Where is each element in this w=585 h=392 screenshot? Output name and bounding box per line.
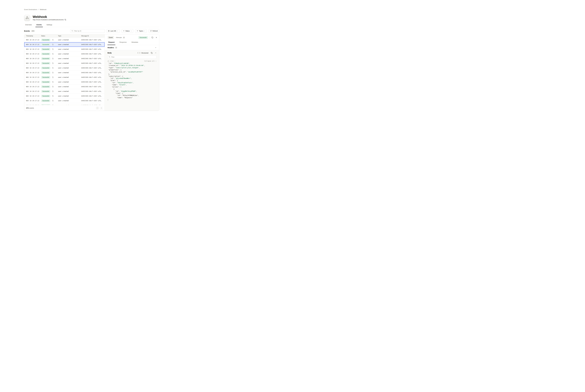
status-filter-button[interactable]: Status [122, 29, 133, 33]
row-message-id: b4925365-b8cf-42b7-a76… [81, 72, 104, 74]
status-badge: Successful [41, 67, 50, 69]
retry-icon[interactable] [52, 95, 54, 97]
json-line: "name": "Growth", [108, 84, 156, 86]
topics-filter-button[interactable]: Topics [135, 29, 147, 33]
status-badge: Successful [41, 39, 50, 41]
table-row[interactable]: NOV 18 10:17:22Successfuluser.createdb49… [24, 80, 104, 84]
filter-lines-icon [137, 30, 138, 32]
sub-tab-response[interactable]: Response [119, 40, 128, 45]
status-badge: Successful [41, 72, 50, 74]
retry-icon[interactable] [52, 62, 54, 64]
row-topic: user.created [58, 62, 81, 64]
breadcrumb-item-event-destinations[interactable]: Event Destinations [24, 9, 37, 10]
search-icon [109, 56, 110, 58]
retry-icon[interactable] [52, 76, 54, 78]
sub-tab-request[interactable]: Request [108, 40, 115, 45]
tab-overview[interactable]: Overview [24, 23, 33, 27]
copy-url-icon[interactable] [64, 19, 66, 20]
row-message-id: b4925365-b8cf-42b7-a76… [81, 81, 104, 83]
retry-icon[interactable] [52, 100, 54, 102]
row-message-id: b4925365-b8cf-42b7-a76… [81, 44, 104, 46]
row-timestamp: NOV 18 10:17:22 [24, 67, 41, 69]
attempts-label: Attempts [116, 36, 122, 38]
copy-body-icon[interactable] [151, 52, 152, 54]
json-line: } [108, 99, 156, 101]
json-body-viewer[interactable]: "id": "P2NoRtyZoTc46X3B", "created_at": … [108, 62, 156, 101]
chevron-down-icon[interactable] [155, 47, 156, 48]
table-row[interactable]: NOV 18 10:17:22Successfuluser.createdb49… [24, 98, 104, 103]
retry-icon[interactable] [52, 67, 54, 69]
body-section: Body { } Structured [105, 50, 159, 111]
table-row[interactable]: NOV 18 10:17:22Successfuluser.createdb49… [24, 42, 104, 47]
row-timestamp: NOV 18 10:17:22 [24, 90, 41, 92]
table-row[interactable]: NOV 18 10:17:22Successfuluser.createdb49… [24, 52, 104, 56]
table-row[interactable]: NOV 18 10:17:22Successfuluser.createdb49… [24, 61, 104, 66]
panel-sub-tabs: Request Response Metadata [105, 40, 159, 45]
row-topic: user.created [58, 100, 81, 102]
row-topic: user.created [58, 95, 81, 97]
table-row[interactable]: NOV 18 10:17:22Successfuluser.createdb49… [24, 56, 104, 61]
column-header-topic: Topic [58, 35, 81, 37]
status-badge: Successful [41, 81, 50, 83]
panel-tab-attempts[interactable]: Attempts 3 [116, 36, 125, 38]
retry-icon[interactable] [52, 39, 54, 41]
refresh-button[interactable]: Refresh [148, 29, 159, 33]
table-row[interactable]: NOV 18 10:17:22Successfuluser.createdb49… [24, 103, 104, 105]
panel-tab-event[interactable]: Event [108, 36, 114, 39]
row-timestamp: NOV 18 10:17:22 [24, 76, 41, 78]
row-timestamp: NOV 18 10:17:22 [24, 81, 41, 83]
close-panel-icon[interactable] [156, 37, 157, 38]
json-line: "created_at": "2024-10-10T09:15:50+00:00… [108, 64, 156, 66]
structured-view-toggle[interactable]: { } Structured [138, 52, 148, 54]
events-card: Timestamp Status Topic Message ID NOV 18… [24, 34, 159, 111]
search-icon [72, 30, 73, 32]
retry-icon[interactable] [52, 53, 54, 55]
body-filter-search[interactable] [108, 55, 156, 59]
json-line: "properties": { [108, 69, 156, 71]
retry-icon[interactable] [52, 90, 54, 92]
table-row[interactable]: NOV 18 10:17:22Successfuluser.createdb49… [24, 89, 104, 94]
retry-event-icon[interactable] [152, 36, 154, 38]
filter-by-id-input[interactable] [74, 30, 104, 32]
json-line: "previous_plan_id": "aezmBVpPksWVY6FT" [108, 71, 156, 73]
body-filter-input[interactable] [111, 56, 155, 58]
calendar-icon [108, 30, 110, 32]
sub-tab-metadata[interactable]: Metadata [131, 40, 139, 45]
headers-section-label: Headers [108, 47, 114, 48]
json-item-count[interactable]: {1 item ↑ [108, 60, 115, 62]
retry-icon[interactable] [52, 58, 54, 60]
refresh-label: Refresh [152, 30, 158, 32]
row-topic: user.created [58, 81, 81, 83]
row-timestamp: NOV 18 10:17:22 [24, 95, 41, 97]
table-row[interactable]: NOV 18 10:17:22Successfuluser.createdb49… [24, 38, 104, 42]
retry-icon[interactable] [52, 72, 54, 74]
row-topic: user.created [58, 67, 81, 69]
table-row[interactable]: NOV 18 10:17:22Successfuluser.createdb49… [24, 84, 104, 89]
topics-filter-label: Topics [139, 30, 143, 32]
time-range-filter-button[interactable]: Last 24h [106, 29, 120, 33]
retry-icon[interactable] [52, 44, 54, 46]
table-row[interactable]: NOV 18 10:17:22Successfuluser.createdb49… [24, 70, 104, 75]
retry-icon[interactable] [52, 48, 54, 50]
next-page-button[interactable] [100, 107, 103, 110]
json-line: { [108, 88, 156, 90]
table-row[interactable]: NOV 18 10:17:22Successfuluser.createdb49… [24, 75, 104, 80]
row-timestamp: NOV 18 10:17:22 [24, 39, 41, 41]
table-row[interactable]: NOV 18 10:17:22Successfuluser.createdb49… [24, 94, 104, 98]
previous-page-button[interactable] [96, 107, 99, 110]
breadcrumb-item-webhook[interactable]: Webhook [40, 9, 46, 10]
tab-settings[interactable]: Settings [46, 23, 53, 27]
filter-by-id-search[interactable] [70, 29, 105, 33]
collapse-all-button[interactable]: Collapse all ↑ [144, 60, 156, 62]
retry-icon[interactable] [52, 86, 54, 88]
status-filter-label: Status [126, 30, 130, 32]
collapse-body-chevron-up-icon[interactable] [155, 52, 156, 54]
json-line: "subscription": { [108, 75, 156, 77]
events-section-title: Events [24, 30, 30, 32]
retry-icon[interactable] [52, 81, 54, 83]
headers-section-toggle[interactable]: Headers 3 [105, 45, 159, 50]
tab-events[interactable]: Events [36, 23, 43, 27]
row-topic: user.created [58, 76, 81, 78]
table-row[interactable]: NOV 18 10:17:22Successfuluser.createdb49… [24, 47, 104, 52]
table-row[interactable]: NOV 18 10:17:22Successfuluser.createdb49… [24, 66, 104, 70]
